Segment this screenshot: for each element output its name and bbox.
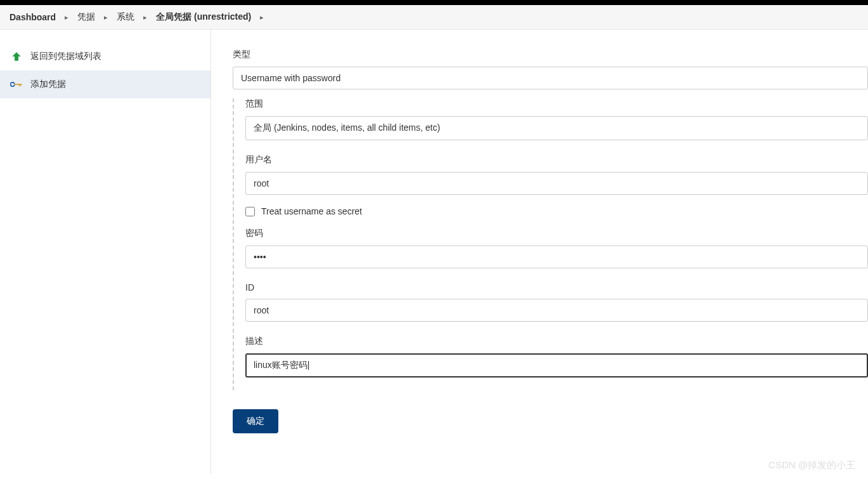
type-select[interactable]: Username with password [233, 67, 868, 89]
svg-rect-1 [14, 84, 21, 85]
username-label: 用户名 [245, 154, 868, 166]
sidebar-item-label: 返回到凭据域列表 [30, 51, 101, 62]
treat-secret-label: Treat username as secret [261, 206, 362, 216]
scope-select[interactable]: 全局 (Jenkins, nodes, items, all child ite… [245, 116, 868, 140]
password-label: 密码 [245, 228, 868, 239]
chevron-right-icon[interactable]: ▸ [138, 13, 152, 22]
type-label: 类型 [233, 49, 868, 60]
id-input[interactable] [245, 299, 868, 322]
breadcrumb-dashboard[interactable]: Dashboard [10, 12, 56, 22]
main-form: 类型 Username with password 范围 全局 (Jenkins… [211, 30, 868, 474]
breadcrumb-system[interactable]: 系统 [117, 11, 134, 23]
svg-rect-2 [19, 84, 20, 86]
breadcrumb-credentials[interactable]: 凭据 [77, 11, 95, 23]
svg-point-0 [11, 82, 15, 86]
sidebar: 返回到凭据域列表 添加凭据 [0, 30, 211, 474]
svg-rect-3 [20, 84, 22, 86]
treat-secret-checkbox[interactable] [245, 207, 255, 216]
nested-fields: 范围 全局 (Jenkins, nodes, items, all child … [233, 98, 868, 390]
sidebar-item-label: 添加凭据 [30, 79, 66, 90]
up-arrow-icon [10, 50, 23, 63]
sidebar-item-add-credential[interactable]: 添加凭据 [0, 70, 211, 98]
chevron-right-icon[interactable]: ▸ [60, 13, 74, 22]
top-black-bar [0, 0, 868, 5]
breadcrumb-global-credentials[interactable]: 全局凭据 (unrestricted) [156, 11, 251, 23]
key-icon [10, 78, 23, 91]
chevron-right-icon[interactable]: ▸ [255, 13, 269, 22]
breadcrumb: Dashboard ▸ 凭据 ▸ 系统 ▸ 全局凭据 (unrestricted… [0, 5, 868, 30]
id-label: ID [245, 282, 868, 292]
description-label: 描述 [245, 336, 868, 347]
chevron-right-icon[interactable]: ▸ [99, 13, 113, 22]
sidebar-item-back[interactable]: 返回到凭据域列表 [0, 43, 211, 70]
username-input[interactable] [245, 172, 868, 195]
submit-button[interactable]: 确定 [233, 409, 278, 433]
description-input[interactable]: linux账号密码| [245, 353, 868, 377]
password-input[interactable]: •••• [245, 246, 868, 268]
scope-label: 范围 [245, 98, 868, 110]
